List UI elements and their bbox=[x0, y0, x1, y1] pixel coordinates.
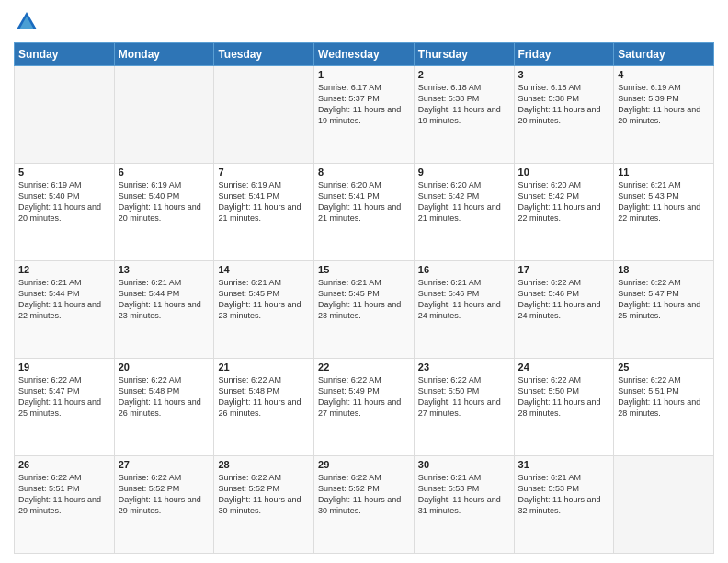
calendar-day-cell bbox=[114, 66, 214, 164]
calendar-day-cell: 21Sunrise: 6:22 AM Sunset: 5:48 PM Dayli… bbox=[214, 359, 314, 456]
calendar-day-cell: 17Sunrise: 6:22 AM Sunset: 5:46 PM Dayli… bbox=[514, 261, 614, 359]
calendar-day-cell: 6Sunrise: 6:19 AM Sunset: 5:40 PM Daylig… bbox=[114, 164, 214, 261]
calendar-day-cell bbox=[15, 66, 115, 164]
day-info: Sunrise: 6:21 AM Sunset: 5:53 PM Dayligh… bbox=[518, 472, 610, 517]
day-info: Sunrise: 6:19 AM Sunset: 5:41 PM Dayligh… bbox=[218, 179, 310, 224]
calendar-day-cell: 12Sunrise: 6:21 AM Sunset: 5:44 PM Dayli… bbox=[15, 261, 115, 359]
calendar-day-cell: 23Sunrise: 6:22 AM Sunset: 5:50 PM Dayli… bbox=[414, 359, 514, 456]
day-info: Sunrise: 6:21 AM Sunset: 5:44 PM Dayligh… bbox=[18, 277, 110, 322]
day-info: Sunrise: 6:21 AM Sunset: 5:46 PM Dayligh… bbox=[418, 277, 510, 322]
day-info: Sunrise: 6:22 AM Sunset: 5:48 PM Dayligh… bbox=[218, 374, 310, 419]
calendar-day-cell: 28Sunrise: 6:22 AM Sunset: 5:52 PM Dayli… bbox=[214, 456, 314, 554]
calendar-day-cell: 9Sunrise: 6:20 AM Sunset: 5:42 PM Daylig… bbox=[414, 164, 514, 261]
calendar-week-row: 1Sunrise: 6:17 AM Sunset: 5:37 PM Daylig… bbox=[15, 66, 714, 164]
day-info: Sunrise: 6:19 AM Sunset: 5:39 PM Dayligh… bbox=[618, 82, 710, 127]
day-info: Sunrise: 6:22 AM Sunset: 5:46 PM Dayligh… bbox=[518, 277, 610, 322]
day-number: 26 bbox=[18, 459, 110, 470]
day-info: Sunrise: 6:22 AM Sunset: 5:52 PM Dayligh… bbox=[318, 472, 410, 517]
day-number: 11 bbox=[618, 167, 710, 178]
calendar-day-cell: 14Sunrise: 6:21 AM Sunset: 5:45 PM Dayli… bbox=[214, 261, 314, 359]
calendar-day-header: Monday bbox=[114, 43, 214, 66]
day-number: 29 bbox=[318, 459, 410, 470]
calendar-day-cell: 5Sunrise: 6:19 AM Sunset: 5:40 PM Daylig… bbox=[15, 164, 115, 261]
day-info: Sunrise: 6:22 AM Sunset: 5:47 PM Dayligh… bbox=[18, 374, 110, 419]
day-number: 1 bbox=[318, 69, 410, 80]
day-number: 23 bbox=[418, 362, 510, 373]
day-info: Sunrise: 6:19 AM Sunset: 5:40 PM Dayligh… bbox=[119, 179, 210, 224]
day-info: Sunrise: 6:20 AM Sunset: 5:42 PM Dayligh… bbox=[518, 179, 610, 224]
calendar-day-header: Tuesday bbox=[214, 43, 314, 66]
calendar-header-row: SundayMondayTuesdayWednesdayThursdayFrid… bbox=[15, 43, 714, 66]
calendar-day-header: Saturday bbox=[614, 43, 714, 66]
day-info: Sunrise: 6:21 AM Sunset: 5:45 PM Dayligh… bbox=[218, 277, 310, 322]
day-number: 10 bbox=[518, 167, 610, 178]
calendar-day-cell bbox=[614, 456, 714, 554]
day-number: 8 bbox=[318, 167, 410, 178]
calendar-day-cell: 8Sunrise: 6:20 AM Sunset: 5:41 PM Daylig… bbox=[314, 164, 415, 261]
day-info: Sunrise: 6:20 AM Sunset: 5:42 PM Dayligh… bbox=[418, 179, 510, 224]
calendar-day-cell: 11Sunrise: 6:21 AM Sunset: 5:43 PM Dayli… bbox=[614, 164, 714, 261]
day-info: Sunrise: 6:21 AM Sunset: 5:45 PM Dayligh… bbox=[318, 277, 410, 322]
calendar-day-cell: 24Sunrise: 6:22 AM Sunset: 5:50 PM Dayli… bbox=[514, 359, 614, 456]
calendar-day-header: Friday bbox=[514, 43, 614, 66]
calendar-week-row: 26Sunrise: 6:22 AM Sunset: 5:51 PM Dayli… bbox=[15, 456, 714, 554]
day-info: Sunrise: 6:22 AM Sunset: 5:47 PM Dayligh… bbox=[618, 277, 710, 322]
day-info: Sunrise: 6:22 AM Sunset: 5:49 PM Dayligh… bbox=[318, 374, 410, 419]
day-number: 16 bbox=[418, 264, 510, 275]
day-info: Sunrise: 6:22 AM Sunset: 5:52 PM Dayligh… bbox=[119, 472, 210, 517]
day-info: Sunrise: 6:21 AM Sunset: 5:44 PM Dayligh… bbox=[119, 277, 210, 322]
day-number: 28 bbox=[218, 459, 310, 470]
calendar-day-cell: 16Sunrise: 6:21 AM Sunset: 5:46 PM Dayli… bbox=[414, 261, 514, 359]
day-info: Sunrise: 6:22 AM Sunset: 5:51 PM Dayligh… bbox=[618, 374, 710, 419]
day-info: Sunrise: 6:17 AM Sunset: 5:37 PM Dayligh… bbox=[318, 82, 410, 127]
day-number: 15 bbox=[318, 264, 410, 275]
day-info: Sunrise: 6:22 AM Sunset: 5:48 PM Dayligh… bbox=[119, 374, 210, 419]
day-info: Sunrise: 6:22 AM Sunset: 5:51 PM Dayligh… bbox=[18, 472, 110, 517]
calendar-day-header: Wednesday bbox=[314, 43, 415, 66]
day-number: 13 bbox=[119, 264, 210, 275]
day-info: Sunrise: 6:21 AM Sunset: 5:43 PM Dayligh… bbox=[618, 179, 710, 224]
day-number: 21 bbox=[218, 362, 310, 373]
calendar-day-cell: 26Sunrise: 6:22 AM Sunset: 5:51 PM Dayli… bbox=[15, 456, 115, 554]
day-info: Sunrise: 6:20 AM Sunset: 5:41 PM Dayligh… bbox=[318, 179, 410, 224]
calendar-week-row: 5Sunrise: 6:19 AM Sunset: 5:40 PM Daylig… bbox=[15, 164, 714, 261]
calendar-week-row: 19Sunrise: 6:22 AM Sunset: 5:47 PM Dayli… bbox=[15, 359, 714, 456]
calendar-day-cell: 30Sunrise: 6:21 AM Sunset: 5:53 PM Dayli… bbox=[414, 456, 514, 554]
day-number: 9 bbox=[418, 167, 510, 178]
day-info: Sunrise: 6:22 AM Sunset: 5:50 PM Dayligh… bbox=[418, 374, 510, 419]
calendar-day-cell: 27Sunrise: 6:22 AM Sunset: 5:52 PM Dayli… bbox=[114, 456, 214, 554]
calendar-day-cell: 7Sunrise: 6:19 AM Sunset: 5:41 PM Daylig… bbox=[214, 164, 314, 261]
calendar-day-cell: 25Sunrise: 6:22 AM Sunset: 5:51 PM Dayli… bbox=[614, 359, 714, 456]
calendar-table: SundayMondayTuesdayWednesdayThursdayFrid… bbox=[14, 42, 714, 554]
calendar-day-cell: 31Sunrise: 6:21 AM Sunset: 5:53 PM Dayli… bbox=[514, 456, 614, 554]
calendar-day-cell: 10Sunrise: 6:20 AM Sunset: 5:42 PM Dayli… bbox=[514, 164, 614, 261]
calendar-day-header: Thursday bbox=[414, 43, 514, 66]
day-number: 5 bbox=[18, 167, 110, 178]
day-number: 6 bbox=[119, 167, 210, 178]
day-info: Sunrise: 6:21 AM Sunset: 5:53 PM Dayligh… bbox=[418, 472, 510, 517]
day-number: 30 bbox=[418, 459, 510, 470]
day-info: Sunrise: 6:18 AM Sunset: 5:38 PM Dayligh… bbox=[518, 82, 610, 127]
day-number: 18 bbox=[618, 264, 710, 275]
calendar-day-cell: 20Sunrise: 6:22 AM Sunset: 5:48 PM Dayli… bbox=[114, 359, 214, 456]
day-number: 7 bbox=[218, 167, 310, 178]
calendar-day-cell: 22Sunrise: 6:22 AM Sunset: 5:49 PM Dayli… bbox=[314, 359, 415, 456]
page: SundayMondayTuesdayWednesdayThursdayFrid… bbox=[0, 0, 728, 563]
day-number: 3 bbox=[518, 69, 610, 80]
day-info: Sunrise: 6:22 AM Sunset: 5:52 PM Dayligh… bbox=[218, 472, 310, 517]
day-number: 31 bbox=[518, 459, 610, 470]
day-number: 20 bbox=[119, 362, 210, 373]
calendar-day-cell: 2Sunrise: 6:18 AM Sunset: 5:38 PM Daylig… bbox=[414, 66, 514, 164]
day-info: Sunrise: 6:19 AM Sunset: 5:40 PM Dayligh… bbox=[18, 179, 110, 224]
calendar-day-cell: 29Sunrise: 6:22 AM Sunset: 5:52 PM Dayli… bbox=[314, 456, 415, 554]
calendar-day-header: Sunday bbox=[15, 43, 115, 66]
day-number: 19 bbox=[18, 362, 110, 373]
day-number: 14 bbox=[218, 264, 310, 275]
day-number: 24 bbox=[518, 362, 610, 373]
calendar-day-cell: 18Sunrise: 6:22 AM Sunset: 5:47 PM Dayli… bbox=[614, 261, 714, 359]
calendar-day-cell: 13Sunrise: 6:21 AM Sunset: 5:44 PM Dayli… bbox=[114, 261, 214, 359]
day-number: 4 bbox=[618, 69, 710, 80]
calendar-day-cell: 4Sunrise: 6:19 AM Sunset: 5:39 PM Daylig… bbox=[614, 66, 714, 164]
day-number: 22 bbox=[318, 362, 410, 373]
calendar-day-cell: 19Sunrise: 6:22 AM Sunset: 5:47 PM Dayli… bbox=[15, 359, 115, 456]
